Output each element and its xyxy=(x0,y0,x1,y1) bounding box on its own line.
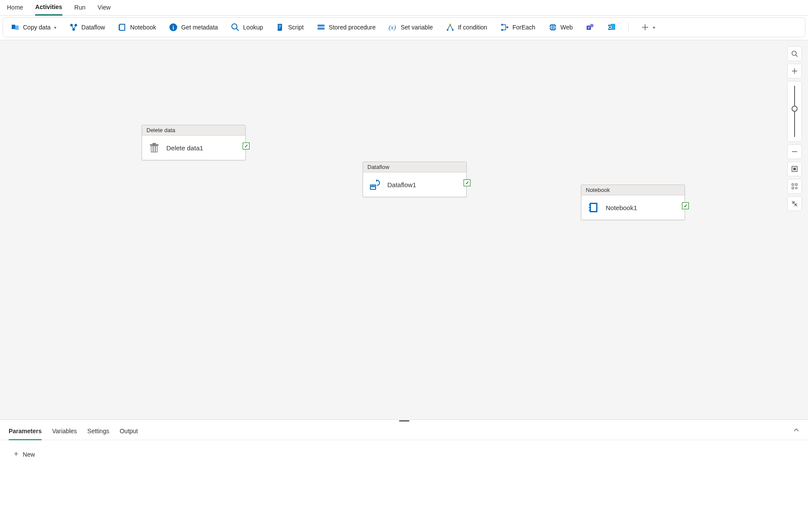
toolbar-copy-data[interactable]: Copy data ▾ xyxy=(8,21,59,33)
canvas-search-button[interactable] xyxy=(787,46,802,61)
plus-icon: + xyxy=(14,450,19,459)
svg-rect-8 xyxy=(118,27,120,28)
svg-rect-18 xyxy=(318,26,324,28)
tab-activities[interactable]: Activities xyxy=(35,0,62,16)
toolbar-get-metadata-label: Get metadata xyxy=(181,24,218,31)
activity-type-label: Notebook xyxy=(581,185,685,195)
svg-rect-6 xyxy=(120,25,124,30)
activity-notebook[interactable]: Notebook Notebook1 ✓ xyxy=(581,185,685,220)
svg-rect-16 xyxy=(279,28,280,28)
dataflow-node-icon xyxy=(369,178,381,191)
bottom-tab-variables[interactable]: Variables xyxy=(52,422,77,440)
activities-toolbar: Copy data ▾ Dataflow Notebook i Get meta… xyxy=(3,17,805,37)
toolbar-dataflow-label: Dataflow xyxy=(81,24,105,31)
toolbar-web[interactable]: Web xyxy=(546,21,576,33)
toolbar-script[interactable]: Script xyxy=(273,21,306,33)
toolbar-teams[interactable]: T xyxy=(583,21,597,33)
toolbar-add-more[interactable]: ▾ xyxy=(638,21,658,33)
svg-rect-43 xyxy=(156,146,157,152)
plus-icon xyxy=(641,23,649,32)
toolbar-dataflow[interactable]: Dataflow xyxy=(67,21,107,33)
svg-rect-41 xyxy=(152,146,153,152)
toolbar-notebook[interactable]: Notebook xyxy=(115,21,159,33)
bottom-tab-parameters[interactable]: Parameters xyxy=(9,422,42,440)
zoom-out-button[interactable] xyxy=(787,144,802,159)
toolbar-stored-procedure-label: Stored procedure xyxy=(329,24,376,31)
svg-rect-27 xyxy=(506,26,508,28)
svg-point-33 xyxy=(590,24,594,27)
tab-run[interactable]: Run xyxy=(75,0,86,16)
svg-rect-17 xyxy=(318,25,324,26)
success-badge: ✓ xyxy=(682,202,689,209)
bottom-panel: Parameters Variables Settings Output + N… xyxy=(0,422,808,532)
bottom-panel-content: + New xyxy=(0,440,808,468)
svg-rect-66 xyxy=(792,187,794,189)
svg-marker-51 xyxy=(376,179,378,182)
svg-rect-14 xyxy=(279,25,281,26)
svg-rect-55 xyxy=(589,207,590,208)
minimize-button[interactable] xyxy=(787,196,802,211)
tab-view[interactable]: View xyxy=(97,0,110,16)
svg-rect-48 xyxy=(373,185,373,186)
activity-dataflow[interactable]: Dataflow Dataflow1 ✓ xyxy=(363,162,467,197)
outlook-icon xyxy=(607,23,616,32)
toolbar-stored-procedure[interactable]: Stored procedure xyxy=(314,21,378,33)
chevron-down-icon: ▾ xyxy=(653,25,655,30)
chevron-down-icon: ▾ xyxy=(54,25,56,30)
tab-home[interactable]: Home xyxy=(7,0,23,16)
new-parameter-label: New xyxy=(23,451,35,458)
activity-type-label: Delete data xyxy=(142,125,245,136)
toolbar-outlook[interactable] xyxy=(605,21,619,33)
new-parameter-button[interactable]: + New xyxy=(10,447,39,461)
toolbar-set-variable[interactable]: (x) Set variable xyxy=(386,21,435,33)
svg-rect-1 xyxy=(15,26,19,30)
toolbar-lookup[interactable]: Lookup xyxy=(228,21,266,33)
zoom-in-button[interactable] xyxy=(787,64,802,78)
check-icon: ✓ xyxy=(465,181,469,185)
toolbar-if-condition[interactable]: If condition xyxy=(443,21,490,33)
zoom-slider[interactable] xyxy=(787,81,802,142)
pipeline-canvas[interactable]: Delete data Delete data1 ✓ Dataflow Data… xyxy=(0,40,808,419)
activity-name-label: Notebook1 xyxy=(606,204,637,211)
svg-point-12 xyxy=(232,24,237,29)
toolbar-get-metadata[interactable]: i Get metadata xyxy=(166,21,221,33)
svg-rect-19 xyxy=(318,28,324,29)
svg-rect-50 xyxy=(371,187,375,189)
bottom-tab-settings[interactable]: Settings xyxy=(88,422,110,440)
toolbar-if-condition-label: If condition xyxy=(458,24,487,31)
svg-point-67 xyxy=(795,187,797,189)
toolbar-separator xyxy=(628,22,629,32)
svg-rect-54 xyxy=(589,204,590,205)
bottom-tab-output[interactable]: Output xyxy=(120,422,138,440)
svg-rect-0 xyxy=(12,25,15,29)
toolbar-set-variable-label: Set variable xyxy=(401,24,433,31)
zoom-slider-thumb[interactable] xyxy=(792,106,798,112)
svg-text:T: T xyxy=(588,26,590,30)
svg-rect-47 xyxy=(371,185,372,186)
search-icon xyxy=(231,23,240,32)
toolbar-foreach[interactable]: ForEach xyxy=(498,21,538,33)
svg-text:(x): (x) xyxy=(389,24,396,31)
fit-to-screen-button[interactable] xyxy=(787,162,802,176)
drag-grip-icon xyxy=(399,420,409,422)
pipeline-canvas-wrap: Delete data Delete data1 ✓ Dataflow Data… xyxy=(0,40,808,419)
toolbar-web-label: Web xyxy=(561,24,573,31)
connectors xyxy=(0,40,130,105)
bottom-tabs: Parameters Variables Settings Output xyxy=(0,422,808,440)
toolbar-copy-data-label: Copy data xyxy=(23,24,51,31)
collapse-panel-button[interactable] xyxy=(793,427,799,435)
activity-delete-data[interactable]: Delete data Delete data1 ✓ xyxy=(142,125,246,160)
svg-line-58 xyxy=(796,55,798,57)
teams-icon: T xyxy=(586,23,594,32)
toolbar-script-label: Script xyxy=(288,24,304,31)
variable-icon: (x) xyxy=(389,23,397,32)
notebook-icon xyxy=(118,23,127,32)
svg-rect-64 xyxy=(792,184,794,185)
top-tabs: Home Activities Run View xyxy=(0,0,808,16)
svg-text:i: i xyxy=(172,24,174,31)
notebook-node-icon xyxy=(587,201,600,214)
copy-data-icon xyxy=(11,23,19,32)
info-icon: i xyxy=(169,23,178,32)
auto-align-button[interactable] xyxy=(787,179,802,194)
if-condition-icon xyxy=(446,23,454,32)
